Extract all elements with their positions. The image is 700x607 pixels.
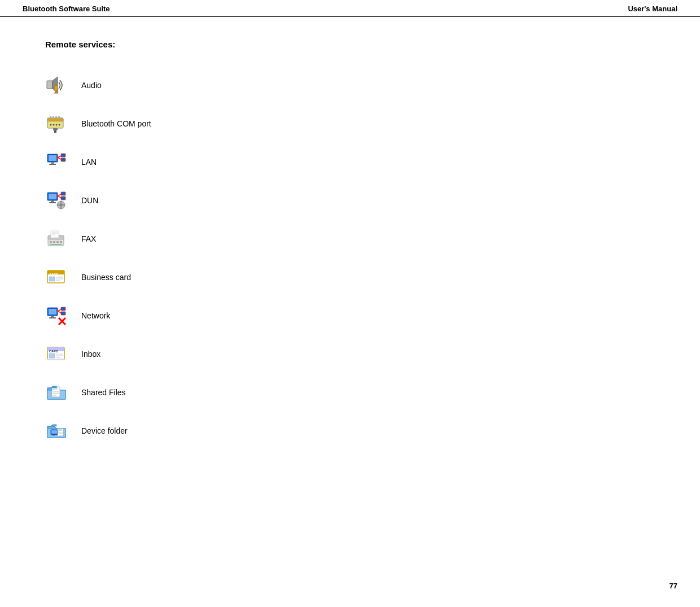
list-item: Shared Files (45, 373, 655, 412)
svg-rect-47 (50, 241, 52, 243)
audio-label: Audio (81, 81, 102, 90)
svg-point-10 (59, 124, 60, 126)
shared-files-icon (45, 381, 68, 404)
shared-files-label: Shared Files (81, 388, 126, 397)
list-item: Device folder (45, 412, 655, 450)
bluetooth-com-port-icon (45, 112, 68, 135)
audio-icon (45, 74, 68, 97)
svg-rect-23 (61, 154, 65, 157)
list-item: CARD Business card (45, 258, 655, 296)
svg-rect-84 (51, 430, 57, 434)
svg-rect-29 (49, 202, 56, 203)
svg-rect-48 (53, 241, 55, 243)
svg-rect-18 (49, 155, 56, 161)
svg-rect-65 (61, 307, 65, 311)
svg-rect-2 (54, 85, 58, 91)
inbox-label: Inbox (81, 350, 100, 359)
svg-rect-20 (49, 164, 56, 165)
svg-rect-28 (51, 200, 54, 202)
svg-point-25 (56, 156, 59, 159)
network-icon (45, 304, 68, 327)
svg-text:CARD: CARD (49, 350, 58, 353)
list-item: FAX (45, 220, 655, 258)
svg-rect-87 (58, 429, 62, 431)
header-title-left: Bluetooth Software Suite (23, 5, 110, 13)
svg-rect-16 (58, 116, 60, 119)
svg-point-67 (56, 310, 59, 312)
svg-rect-51 (50, 244, 62, 245)
network-label: Network (81, 311, 110, 320)
svg-rect-15 (55, 116, 57, 119)
business-card-label: Business card (81, 273, 131, 282)
page-header: Bluetooth Software Suite User's Manual (0, 0, 700, 17)
svg-text:CARD: CARD (49, 273, 58, 276)
lan-label: LAN (81, 158, 97, 167)
device-folder-icon (45, 420, 68, 442)
page-heading: Remote services: (45, 40, 655, 49)
svg-rect-24 (61, 158, 65, 161)
svg-point-36 (59, 203, 63, 207)
list-item: Network (45, 296, 655, 335)
svg-rect-60 (49, 309, 56, 315)
svg-rect-61 (51, 316, 54, 317)
list-item: Bluetooth COM port (45, 104, 655, 143)
dun-icon (45, 189, 68, 212)
svg-rect-50 (60, 241, 62, 243)
inbox-icon: CARD (45, 343, 68, 365)
lan-icon (45, 151, 68, 173)
svg-rect-62 (49, 317, 56, 318)
svg-rect-77 (47, 359, 64, 360)
main-content: Remote services: Audio (0, 17, 700, 473)
page-number: 77 (670, 582, 677, 590)
svg-rect-14 (53, 116, 54, 119)
list-item: DUN (45, 181, 655, 220)
svg-rect-11 (53, 128, 58, 130)
list-item: CARD Inbox (45, 335, 655, 373)
svg-rect-3 (55, 91, 56, 93)
svg-rect-40 (63, 204, 65, 206)
business-card-icon: CARD (45, 266, 68, 289)
svg-point-9 (56, 124, 58, 126)
svg-rect-73 (49, 353, 55, 358)
svg-rect-43 (51, 231, 59, 238)
svg-rect-19 (51, 162, 54, 164)
svg-rect-66 (61, 312, 65, 315)
svg-rect-38 (60, 207, 62, 209)
device-folder-label: Device folder (81, 426, 128, 435)
svg-rect-4 (54, 93, 58, 94)
fax-label: FAX (81, 234, 96, 243)
list-item: LAN (45, 143, 655, 181)
svg-rect-85 (53, 435, 55, 436)
dun-label: DUN (81, 196, 98, 205)
svg-rect-12 (54, 130, 56, 133)
svg-point-34 (56, 195, 59, 197)
service-list: Audio (45, 66, 655, 450)
list-item: Audio (45, 66, 655, 104)
svg-rect-33 (61, 196, 65, 200)
svg-rect-27 (49, 194, 56, 199)
svg-point-7 (50, 124, 52, 126)
svg-rect-49 (56, 241, 59, 243)
svg-rect-13 (50, 116, 51, 119)
bluetooth-com-port-label: Bluetooth COM port (81, 119, 151, 128)
svg-rect-39 (57, 204, 59, 206)
svg-rect-37 (60, 201, 62, 203)
svg-rect-0 (47, 81, 53, 89)
svg-rect-32 (61, 192, 65, 195)
header-title-right: User's Manual (628, 5, 677, 13)
fax-icon (45, 228, 68, 250)
svg-rect-55 (49, 277, 55, 281)
svg-point-8 (53, 124, 55, 126)
